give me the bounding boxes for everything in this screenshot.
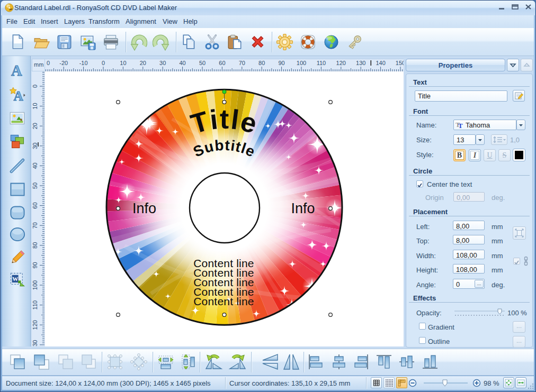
svg-text:Info: Info: [291, 200, 315, 216]
svg-text:W: W: [12, 276, 18, 282]
svg-text:30: 30: [159, 60, 166, 66]
svg-text:Info: Info: [132, 200, 156, 216]
svg-text:80: 80: [32, 242, 38, 249]
svg-text:A: A: [11, 62, 22, 79]
svg-text:70: 70: [239, 60, 245, 66]
svg-text:70: 70: [32, 222, 38, 229]
svg-text:20: 20: [140, 60, 146, 66]
svg-text:0: 0: [47, 60, 50, 66]
svg-text:0: 0: [32, 85, 38, 88]
svg-text:90: 90: [32, 262, 38, 268]
svg-text:60: 60: [32, 202, 38, 208]
svg-text:50: 50: [199, 60, 206, 66]
svg-text:110: 110: [32, 300, 38, 310]
svg-text:-10: -10: [79, 60, 88, 66]
svg-text:50: 50: [32, 183, 38, 189]
svg-text:130: 130: [356, 60, 365, 66]
svg-text:20: 20: [32, 123, 38, 129]
svg-text:Title: Title: [187, 104, 262, 140]
svg-text:110: 110: [317, 60, 326, 66]
svg-text:80: 80: [258, 60, 265, 66]
svg-text:Content line: Content line: [193, 295, 254, 307]
svg-text:100: 100: [297, 60, 306, 66]
svg-text:90: 90: [278, 60, 284, 66]
svg-text:T: T: [458, 122, 463, 129]
svg-text:10: 10: [32, 103, 38, 109]
svg-text:-20: -20: [59, 60, 68, 66]
svg-text:40: 40: [179, 60, 185, 66]
svg-text:60: 60: [219, 60, 225, 66]
svg-text:120: 120: [32, 320, 38, 330]
svg-text:0: 0: [102, 60, 105, 66]
svg-text:30: 30: [32, 143, 38, 149]
svg-text:40: 40: [32, 162, 38, 169]
svg-text:10: 10: [120, 60, 126, 66]
svg-text:100: 100: [32, 280, 38, 290]
svg-text:120: 120: [336, 60, 346, 66]
svg-text:150: 150: [396, 60, 404, 66]
svg-text:140: 140: [376, 60, 385, 66]
svg-text:130: 130: [32, 340, 38, 347]
